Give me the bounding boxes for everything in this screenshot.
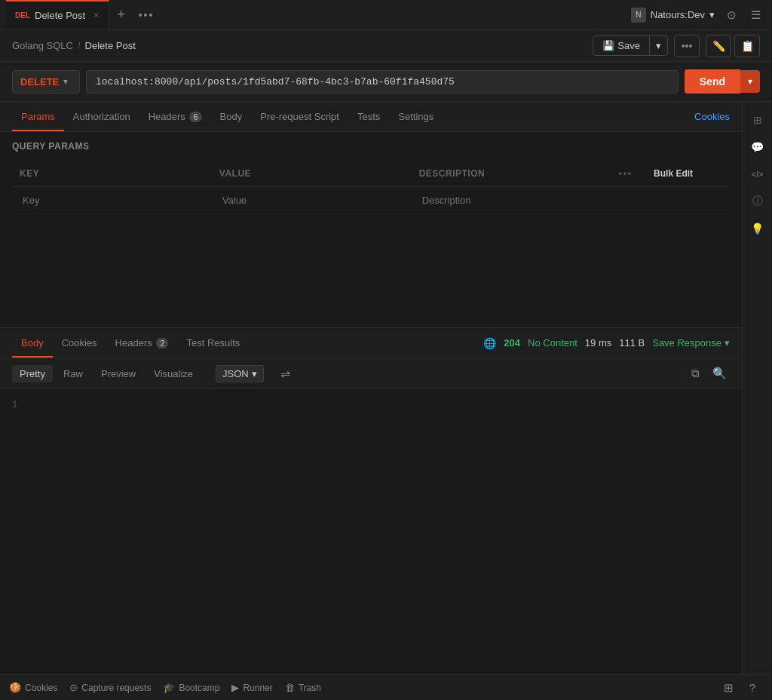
bottom-runner[interactable]: ▶ Runner xyxy=(231,682,272,693)
trash-icon: 🗑 xyxy=(285,682,295,693)
save-icon: 💾 xyxy=(602,40,614,51)
response-status: 🌐 204 No Content 19 ms 111 B Save Respon… xyxy=(483,337,730,349)
save-response-button[interactable]: Save Response ▾ xyxy=(652,337,730,348)
bottom-trash[interactable]: 🗑 Trash xyxy=(285,682,321,693)
col-key: KEY xyxy=(12,161,212,187)
runner-icon: ▶ xyxy=(231,682,239,693)
url-bar: DELETE ▾ Send ▾ xyxy=(0,62,772,102)
info-icon[interactable]: ⓘ xyxy=(746,189,770,213)
copy-response-button[interactable]: ⧉ xyxy=(685,363,706,384)
top-bar: DEL Delete Post ✕ + ••• N Natours:Dev ▾ … xyxy=(0,0,772,30)
help-icon[interactable]: ? xyxy=(742,677,763,698)
format-select[interactable]: JSON ▾ xyxy=(216,365,264,382)
response-tab-cookies[interactable]: Cookies xyxy=(53,330,106,358)
tab-authorization[interactable]: Authorization xyxy=(64,103,139,131)
send-button-group: Send ▾ xyxy=(685,69,760,94)
globe-icon: 🌐 xyxy=(483,337,496,349)
tab-params[interactable]: Params xyxy=(12,103,64,131)
runner-label: Runner xyxy=(243,683,272,693)
param-desc-cell xyxy=(412,187,611,214)
response-tab-test-results[interactable]: Test Results xyxy=(177,330,249,358)
tab-settings[interactable]: Settings xyxy=(389,103,443,131)
breadcrumb-separator: / xyxy=(78,40,81,51)
col-key-label: KEY xyxy=(20,168,39,179)
tab-close-icon[interactable]: ✕ xyxy=(93,11,100,20)
param-value-input[interactable] xyxy=(219,192,404,209)
notes-button[interactable]: 📋 xyxy=(734,35,760,57)
response-tab-headers[interactable]: Headers 2 xyxy=(106,330,178,358)
format-action-icons: ⧉ 🔍 xyxy=(685,363,730,384)
col-more[interactable]: ••• xyxy=(611,161,640,187)
breadcrumb-bar: Golang SQLC / Delete Post 💾 Save ▾ ••• ✏… xyxy=(0,30,772,62)
format-tab-pretty[interactable]: Pretty xyxy=(12,365,53,382)
param-key-input[interactable] xyxy=(20,192,204,209)
bottom-bootcamp[interactable]: 🎓 Bootcamp xyxy=(163,682,219,693)
bottom-bar: 🍪 Cookies ⊙ Capture requests 🎓 Bootcamp … xyxy=(0,674,772,700)
edit-icons: ✏️ 📋 xyxy=(706,35,760,57)
workspace-icon: N xyxy=(631,8,646,23)
right-icons: ⊙ ☰ xyxy=(721,5,766,26)
response-tab-body[interactable]: Body xyxy=(12,330,53,358)
more-tabs-button[interactable]: ••• xyxy=(133,9,161,21)
format-tab-raw[interactable]: Raw xyxy=(56,365,90,382)
breadcrumb-parent[interactable]: Golang SQLC xyxy=(12,40,73,51)
breadcrumb-icon-actions: ••• xyxy=(674,35,700,57)
param-key-cell xyxy=(12,187,212,214)
method-select[interactable]: DELETE ▾ xyxy=(12,70,80,94)
more-actions-button[interactable]: ••• xyxy=(674,35,700,57)
response-body: 1 xyxy=(0,389,742,674)
main-content: Params Authorization Headers 6 Body Pre-… xyxy=(0,102,772,674)
col-value-label: VALUE xyxy=(219,168,251,179)
api-icon[interactable]: ⊞ xyxy=(746,108,770,132)
search-response-button[interactable]: 🔍 xyxy=(709,363,730,384)
tab-body[interactable]: Body xyxy=(211,103,252,131)
param-row xyxy=(12,187,730,214)
save-dropdown-button[interactable]: ▾ xyxy=(650,35,668,56)
tab-headers[interactable]: Headers 6 xyxy=(139,103,211,131)
lightbulb-icon[interactable]: 💡 xyxy=(746,216,770,241)
save-button[interactable]: 💾 Save xyxy=(593,35,650,56)
send-dropdown-button[interactable]: ▾ xyxy=(740,70,760,93)
tab-pre-request-script[interactable]: Pre-request Script xyxy=(251,103,348,131)
col-more-dots: ••• xyxy=(618,168,633,179)
bottom-cookies[interactable]: 🍪 Cookies xyxy=(9,682,57,693)
format-tab-visualize[interactable]: Visualize xyxy=(146,365,201,382)
response-time: 19 ms xyxy=(585,337,611,348)
send-button[interactable]: Send xyxy=(685,69,740,94)
col-bulk-edit: Bulk Edit xyxy=(640,161,730,187)
comment-icon[interactable]: 💬 xyxy=(746,135,770,159)
bulk-edit-button[interactable]: Bulk Edit xyxy=(648,165,699,182)
cookies-label: Cookies xyxy=(25,683,57,693)
method-label: DELETE xyxy=(20,76,59,88)
cookies-link[interactable]: Cookies xyxy=(694,111,730,122)
settings-icon[interactable]: ☰ xyxy=(745,5,766,26)
code-icon[interactable]: </> xyxy=(746,162,770,186)
response-tabs-bar: Body Cookies Headers 2 Test Results 🌐 20… xyxy=(0,328,742,358)
active-tab[interactable]: DEL Delete Post ✕ xyxy=(6,0,109,29)
format-label: JSON xyxy=(222,368,249,379)
breadcrumb: Golang SQLC / Delete Post xyxy=(12,40,136,51)
line-numbers: 1 xyxy=(12,398,26,665)
format-arrow: ▾ xyxy=(252,368,257,379)
breadcrumb-actions: 💾 Save ▾ ••• ✏️ 📋 xyxy=(593,35,760,57)
edit-button[interactable]: ✏️ xyxy=(706,35,731,57)
tab-tests[interactable]: Tests xyxy=(348,103,389,131)
col-description: DESCRIPTION xyxy=(412,161,611,187)
wrap-icon[interactable]: ⇌ xyxy=(273,364,298,384)
response-format-bar: Pretty Raw Preview Visualize JSON ▾ ⇌ ⧉ … xyxy=(0,358,742,389)
sync-icon[interactable]: ⊙ xyxy=(721,5,742,26)
add-tab-button[interactable]: + xyxy=(109,7,133,23)
response-headers-badge: 2 xyxy=(156,338,168,348)
request-tabs-bar: Params Authorization Headers 6 Body Pre-… xyxy=(0,102,742,132)
param-value-cell xyxy=(212,187,412,214)
bottom-capture-requests[interactable]: ⊙ Capture requests xyxy=(69,682,151,693)
status-text: No Content xyxy=(528,337,577,348)
format-tab-preview[interactable]: Preview xyxy=(93,365,143,382)
query-params-title: Query Params xyxy=(12,141,730,152)
grid-layout-icon[interactable]: ⊞ xyxy=(718,677,739,698)
workspace-selector[interactable]: N Natours:Dev ▾ xyxy=(631,8,715,23)
response-section: Body Cookies Headers 2 Test Results 🌐 20… xyxy=(0,327,742,674)
param-desc-input[interactable] xyxy=(419,192,604,209)
headers-badge: 6 xyxy=(189,112,201,122)
url-input[interactable] xyxy=(86,70,679,94)
